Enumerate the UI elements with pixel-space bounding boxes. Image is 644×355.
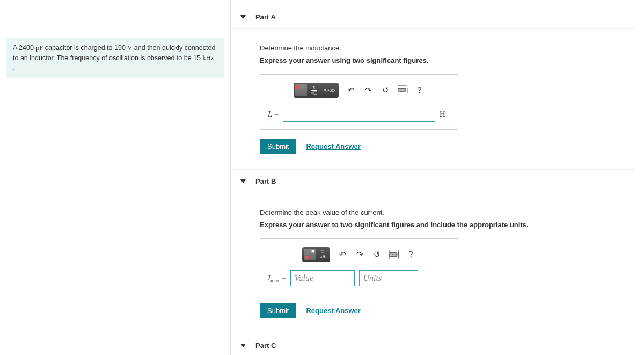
part-b-units-input[interactable]: Units xyxy=(359,270,418,286)
undo-icon[interactable]: ↶ xyxy=(338,250,347,259)
caret-down-icon xyxy=(240,15,246,19)
part-a-answer-input[interactable] xyxy=(283,106,435,122)
formatting-tool-group: x√☐ ΑΣΦ xyxy=(294,83,339,98)
part-a-header[interactable]: Part A xyxy=(231,5,634,29)
problem-text: A 2400- xyxy=(13,44,36,52)
part-a-input-row: L = H xyxy=(268,106,450,122)
request-answer-link[interactable]: Request Answer xyxy=(306,142,360,150)
submit-button[interactable]: Submit xyxy=(260,303,296,318)
undo-icon[interactable]: ↶ xyxy=(346,85,356,95)
fraction-root-button[interactable]: x√☐ xyxy=(308,84,320,97)
part-a-actions: Submit Request Answer xyxy=(260,139,634,154)
edit-tool-group: ↶ ↷ ↺ ⌨ | ? xyxy=(338,250,416,259)
variable-label-imax: Imax = xyxy=(268,273,286,284)
unit-label-h: H xyxy=(440,110,450,119)
template-button[interactable] xyxy=(303,248,316,261)
part-b-input-row: Imax = Units xyxy=(268,270,450,286)
template-button[interactable] xyxy=(295,84,308,97)
part-c-header[interactable]: Part C xyxy=(231,334,634,352)
part-b-title: Part B xyxy=(255,177,276,185)
variable-label-l: L = xyxy=(268,110,279,119)
units-button[interactable]: ☐μA xyxy=(316,248,329,261)
reset-icon[interactable]: ↺ xyxy=(372,250,382,259)
part-b-prompt: Determine the peak value of the current. xyxy=(260,208,634,216)
unit-pf: pF xyxy=(36,44,43,52)
request-answer-link[interactable]: Request Answer xyxy=(306,307,360,315)
part-b-actions: Submit Request Answer xyxy=(260,303,634,318)
problem-text: . xyxy=(13,64,14,72)
redo-icon[interactable]: ↷ xyxy=(355,250,364,259)
part-a-toolbar: x√☐ ΑΣΦ ↶ ↷ ↺ ⌨ | ? xyxy=(268,82,450,98)
caret-down-icon xyxy=(240,344,246,347)
problem-statement-column: A 2400-pF capacitor is charged to 190 V … xyxy=(0,0,231,355)
reset-icon[interactable]: ↺ xyxy=(380,85,390,95)
help-icon[interactable]: ? xyxy=(415,85,425,95)
part-a-body: Determine the inductance. Express your a… xyxy=(231,29,634,170)
parts-column: Part A Determine the inductance. Express… xyxy=(231,0,644,355)
part-a-prompt: Determine the inductance. xyxy=(260,44,634,52)
submit-button[interactable]: Submit xyxy=(260,139,296,154)
part-b-answer-box: ☐μA ↶ ↷ ↺ ⌨ | ? Imax = Units xyxy=(260,238,458,294)
part-b-value-input[interactable] xyxy=(290,270,355,286)
keyboard-icon[interactable]: ⌨ | xyxy=(389,250,399,259)
redo-icon[interactable]: ↷ xyxy=(363,85,373,95)
formatting-tool-group: ☐μA xyxy=(302,247,330,262)
greek-symbols-button[interactable]: ΑΣΦ xyxy=(320,84,338,97)
part-a-title: Part A xyxy=(255,13,276,21)
part-c-title: Part C xyxy=(255,342,276,350)
part-b-instruction: Express your answer to two significant f… xyxy=(260,221,634,229)
part-b-header[interactable]: Part B xyxy=(231,170,634,193)
keyboard-icon[interactable]: ⌨ | xyxy=(398,85,407,95)
problem-statement: A 2400-pF capacitor is charged to 190 V … xyxy=(6,38,224,78)
problem-text: capacitor is charged to 190 xyxy=(43,44,127,52)
caret-down-icon xyxy=(240,179,246,183)
help-icon[interactable]: ? xyxy=(406,250,416,259)
part-a-instruction: Express your answer using two significan… xyxy=(260,56,634,64)
part-a-answer-box: x√☐ ΑΣΦ ↶ ↷ ↺ ⌨ | ? L = H xyxy=(260,74,458,130)
part-b-body: Determine the peak value of the current.… xyxy=(231,193,634,334)
unit-khz: kHz xyxy=(202,54,214,62)
part-b-toolbar: ☐μA ↶ ↷ ↺ ⌨ | ? xyxy=(268,247,450,263)
edit-tool-group: ↶ ↷ ↺ ⌨ | ? xyxy=(346,85,425,95)
